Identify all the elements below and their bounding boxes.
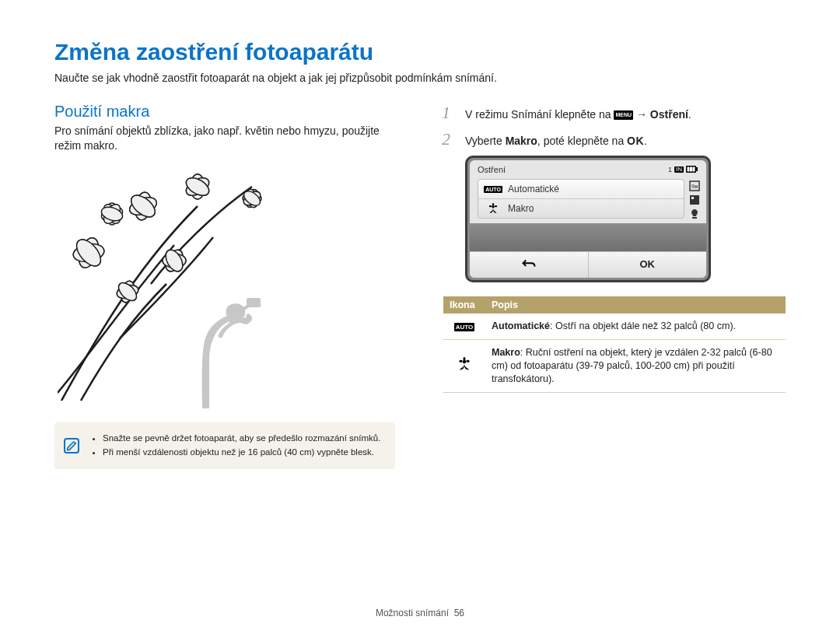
- row-desc: : Ruční ostření na objekt, který je vzdá…: [492, 347, 772, 384]
- page-footer: Možnosti snímání 56: [0, 608, 840, 618]
- ok-button[interactable]: OK: [589, 252, 707, 278]
- note-icon: [64, 438, 79, 454]
- svg-text:9м: 9м: [691, 184, 698, 189]
- step-number: 2: [442, 129, 456, 149]
- svg-rect-42: [696, 167, 698, 171]
- step-text: .: [688, 108, 691, 121]
- section-heading-macro: Použití makra: [54, 103, 395, 121]
- step-number: 1: [442, 103, 456, 123]
- step-text: V režimu Snímání klepněte na: [465, 108, 614, 121]
- step-text: .: [644, 135, 647, 147]
- flower-icon: [486, 203, 500, 214]
- resolution-icon: 9м: [689, 180, 700, 191]
- flower-icon: [443, 339, 485, 392]
- step-text: , poté klepněte na: [537, 135, 627, 147]
- camera-memory-icon: IN: [674, 166, 684, 173]
- row-desc: : Ostří na objekt dále než 32 palců (80 …: [550, 321, 736, 331]
- step-text: Vyberte: [465, 135, 506, 147]
- svg-point-34: [100, 205, 124, 223]
- svg-point-58: [466, 360, 470, 363]
- section-desc-macro: Pro snímání objektů zblízka, jako např. …: [54, 124, 395, 153]
- svg-rect-54: [692, 217, 697, 219]
- note-item: Snažte se pevně držet fotoaparát, aby se…: [103, 432, 384, 444]
- footer-section: Možnosti snímání: [376, 608, 449, 618]
- step-1: 1 V režimu Snímání klepněte na MENU → Os…: [442, 103, 786, 123]
- svg-rect-53: [691, 197, 694, 199]
- svg-point-56: [464, 357, 466, 361]
- auto-icon: AUTO: [443, 313, 485, 339]
- quality-icon: [689, 194, 700, 205]
- row-title: Makro: [492, 347, 520, 358]
- step-bold: Ostření: [650, 108, 688, 121]
- camera-option-label: Automatické: [508, 184, 559, 194]
- macro-illustration: [54, 166, 395, 412]
- camera-counter: 1: [668, 166, 672, 173]
- page-intro: Naučte se jak vhodně zaostřit fotoaparát…: [54, 72, 786, 84]
- table-head-icon: Ikona: [443, 296, 485, 313]
- focus-modes-table: Ikona Popis AUTO Automatické: Ostří na o…: [443, 296, 786, 393]
- svg-rect-44: [690, 166, 692, 171]
- svg-point-49: [495, 205, 498, 207]
- battery-icon: [686, 166, 698, 174]
- camera-option-automatic[interactable]: AUTO Automatické: [478, 180, 684, 199]
- svg-rect-43: [688, 166, 690, 171]
- ok-inline-icon: OK: [627, 135, 644, 147]
- svg-rect-40: [247, 298, 261, 307]
- note-item: Při menší vzdálenosti objektu než je 16 …: [103, 446, 384, 458]
- svg-point-48: [489, 205, 492, 207]
- table-head-desc: Popis: [485, 296, 786, 313]
- step-text: →: [636, 108, 650, 121]
- svg-point-57: [459, 360, 463, 363]
- stabilizer-icon: [689, 208, 700, 219]
- menu-icon: MENU: [614, 110, 633, 120]
- svg-rect-52: [690, 195, 699, 205]
- note-box: Snažte se pevně držet fotoaparát, aby se…: [54, 422, 395, 469]
- svg-rect-45: [693, 166, 695, 171]
- back-button[interactable]: [470, 252, 589, 278]
- camera-screen: Ostření 1 IN AUTO: [465, 156, 711, 282]
- row-title: Automatické: [492, 321, 550, 331]
- camera-option-label: Makro: [508, 203, 534, 214]
- step-2: 2 Vyberte Makro, poté klepněte na OK.: [442, 129, 786, 149]
- camera-menu-title: Ostření: [478, 165, 506, 174]
- step-bold: Makro: [506, 135, 537, 147]
- camera-option-macro[interactable]: Makro: [478, 199, 684, 218]
- page-title: Změna zaostření fotoaparátu: [54, 39, 786, 65]
- svg-point-47: [492, 203, 494, 206]
- auto-icon: AUTO: [486, 184, 500, 194]
- footer-page-number: 56: [454, 608, 464, 618]
- table-row: AUTO Automatické: Ostří na objekt dále n…: [443, 313, 786, 339]
- table-row: Makro: Ruční ostření na objekt, který je…: [443, 339, 786, 392]
